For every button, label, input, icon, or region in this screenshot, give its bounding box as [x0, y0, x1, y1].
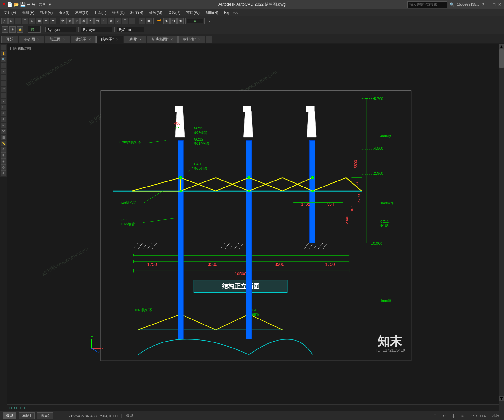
tool-circle2[interactable]: ○ [1, 81, 6, 86]
right-scrollbar[interactable]: ▲ ▼ [499, 44, 504, 411]
menu-view[interactable]: 视图(V) [37, 9, 55, 16]
search-icon[interactable]: 🔍 [450, 2, 455, 7]
polar-toggle[interactable]: ◎ [460, 414, 467, 418]
drawing-area[interactable]: 知末网www.znzmo.com 知末网www.znzmo.com 知末网www… [7, 44, 499, 411]
tool-rect2[interactable]: □ [1, 93, 6, 98]
tool-polar[interactable]: ◎ [1, 164, 6, 170]
sun-icon[interactable]: ☀ [155, 17, 163, 24]
tool-measure[interactable]: 📏 [1, 141, 6, 146]
tool-select[interactable]: ↖ [1, 45, 6, 50]
linetype-select-1[interactable]: ByLayer [45, 27, 76, 32]
tb-text[interactable]: A [43, 18, 49, 24]
tb-render2[interactable]: ◑ [170, 18, 177, 24]
tab-machining[interactable]: 加工图✕ [45, 36, 70, 43]
redo-icon[interactable]: ↪ [32, 2, 36, 7]
maximize-button[interactable]: □ [493, 2, 495, 7]
menu-draw[interactable]: 绘图(D) [109, 9, 127, 16]
model-tab[interactable]: 模型 [3, 412, 16, 419]
menu-tools[interactable]: 工具(T) [91, 9, 109, 16]
tb2-freeze[interactable]: ❄ [9, 26, 16, 33]
menu-help[interactable]: 帮助(H) [203, 9, 221, 16]
grid-toggle[interactable]: ⊞ [432, 414, 438, 418]
tool-line[interactable]: ╱ [1, 69, 6, 74]
color-select[interactable]: ByColor [117, 27, 144, 32]
layout2-tab[interactable]: 布局2 [37, 412, 53, 419]
tb-layer[interactable]: ≡ [139, 18, 145, 24]
menu-express[interactable]: Express [221, 10, 240, 15]
tool-pan[interactable]: ✋ [1, 51, 6, 56]
tb-circle[interactable]: ○ [15, 18, 21, 24]
tb-polyline[interactable]: ∟ [8, 18, 14, 24]
plus-icon[interactable]: + [58, 414, 60, 418]
tb-mirror[interactable]: ↔ [101, 18, 107, 24]
tab-materials-close[interactable]: ✕ [198, 38, 200, 41]
tool-polyline2[interactable]: ∟ [1, 75, 6, 80]
tb2-lock[interactable]: 🔒 [17, 26, 23, 33]
tool-copy2[interactable]: ⊕ [1, 117, 6, 122]
tab-notes-close[interactable]: ✕ [139, 38, 142, 41]
tab-start[interactable]: 开始 [1, 36, 18, 43]
tab-base[interactable]: 基础图✕ [19, 36, 44, 43]
tb-hatch[interactable]: ▦ [36, 18, 42, 24]
quick-access-icon[interactable]: ▾ [49, 2, 51, 7]
tb-extend[interactable]: ⊣ [94, 18, 100, 24]
tool-ortho[interactable]: ┼ [1, 158, 6, 164]
menu-insert[interactable]: 插入(I) [56, 9, 72, 16]
new-icon[interactable]: 📄 [7, 2, 12, 7]
tab-machining-close[interactable]: ✕ [63, 38, 65, 41]
tb-rotate[interactable]: ↻ [73, 18, 80, 24]
tb-copy[interactable]: ⊕ [66, 18, 73, 24]
scroll-up-btn[interactable]: ▲ [499, 44, 504, 49]
tb-array[interactable]: ⊞ [108, 18, 114, 24]
tb-render1[interactable]: ◐ [163, 18, 170, 24]
tb-explode[interactable]: ⋮ [129, 18, 135, 24]
tab-notes[interactable]: 说明*✕ [124, 36, 147, 43]
tool-hatch2[interactable]: ▦ [1, 135, 6, 140]
tool-trim2[interactable]: ✂ [1, 123, 6, 128]
layout1-tab[interactable]: 布局1 [19, 412, 35, 419]
tool-snap[interactable]: ⊙ [1, 147, 6, 152]
tab-materials[interactable]: 材料表*✕ [178, 36, 205, 43]
tb-move[interactable]: ✛ [60, 18, 66, 24]
tb-render3[interactable]: ◉ [177, 18, 184, 24]
tab-structure[interactable]: 结构图*✕ [96, 36, 123, 43]
tool-zoom[interactable]: 🔍 [1, 57, 6, 62]
tb-arc[interactable]: ⌒ [22, 18, 28, 24]
close-button[interactable]: ✕ [498, 2, 501, 7]
tab-newpanel-close[interactable]: ✕ [170, 38, 173, 41]
tab-architecture[interactable]: 建筑图✕ [71, 36, 96, 43]
open-icon[interactable]: 📂 [14, 2, 19, 7]
tb-rect[interactable]: □ [29, 18, 35, 24]
tb2-layers[interactable]: ≡ [2, 26, 8, 33]
menu-file[interactable]: 文件(F) [1, 9, 19, 16]
tool-otrack[interactable]: ⊕ [1, 170, 6, 176]
menu-edit[interactable]: 编辑(E) [19, 9, 37, 16]
tool-dim2[interactable]: ⊢ [1, 105, 6, 110]
scroll-down-btn[interactable]: ▼ [499, 396, 504, 401]
menu-annotate[interactable]: 标注(N) [128, 9, 146, 16]
menu-window[interactable]: 窗口(W) [184, 9, 202, 16]
undo-icon[interactable]: ↩ [27, 2, 31, 7]
cad-drawing-svg[interactable]: 1750 3500 3500 1750 10500 5.700 4.500 2.… [7, 44, 499, 411]
tb-line[interactable]: ╱ [1, 18, 8, 24]
layer-zero-box[interactable]: 0 [187, 19, 203, 23]
tb-properties[interactable]: ☰ [146, 18, 152, 24]
tool-move2[interactable]: ✛ [1, 111, 6, 116]
share-button[interactable]: 共享 [37, 2, 48, 8]
tab-architecture-close[interactable]: ✕ [89, 38, 91, 41]
scroll-thumb[interactable] [499, 49, 504, 68]
tab-structure-close[interactable]: ✕ [116, 38, 118, 41]
tb-dim[interactable]: ⊢ [50, 18, 56, 24]
tb-trim[interactable]: ✂ [87, 18, 94, 24]
tool-erase[interactable]: ⌫ [1, 129, 6, 134]
tab-newpanel[interactable]: 新夹板图*✕ [147, 36, 178, 43]
tool-arc2[interactable]: ⌒ [1, 87, 6, 92]
save-icon[interactable]: 💾 [20, 2, 26, 7]
tab-base-close[interactable]: ✕ [37, 38, 39, 41]
tb-scale[interactable]: ⇲ [80, 18, 87, 24]
new-tab-button[interactable]: + [206, 36, 212, 43]
help-icon[interactable]: ? [482, 2, 484, 7]
menu-modify[interactable]: 修改(M) [146, 9, 165, 16]
menu-params[interactable]: 参数(P) [165, 9, 183, 16]
linetype-select-2[interactable]: ByLayer [81, 27, 112, 32]
